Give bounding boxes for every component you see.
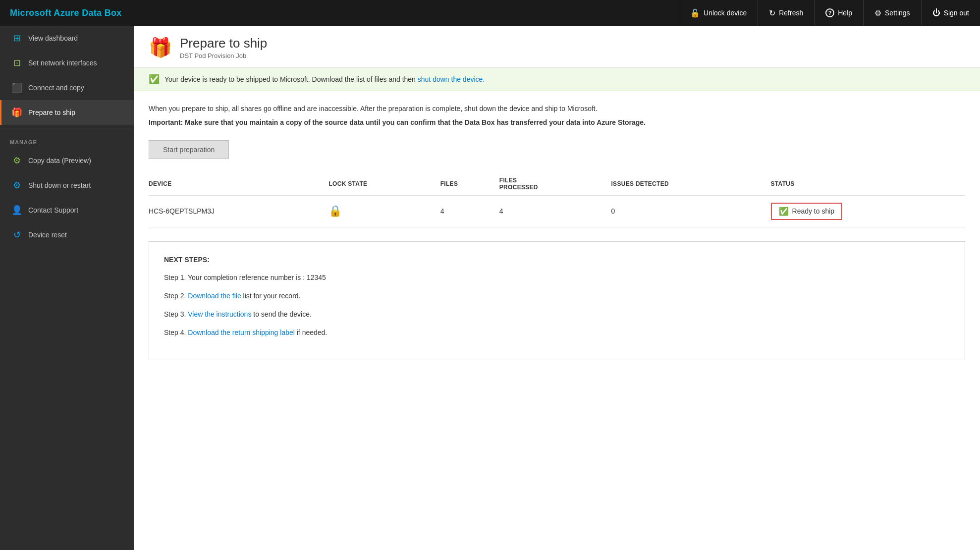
sidebar-item-reset[interactable]: ↺ Device reset [0, 222, 134, 247]
help-icon: ? [825, 8, 834, 17]
refresh-button[interactable]: ↻ Refresh [758, 0, 814, 26]
cell-device: HCS-6QEPTSLPM3J [149, 195, 328, 227]
status-text: Ready to ship [792, 207, 835, 215]
sidebar: ⊞ View dashboard ⊡ Set network interface… [0, 26, 134, 550]
cell-status: ✅ Ready to ship [771, 195, 965, 227]
cell-files: 4 [440, 195, 499, 227]
copy-data-icon: ⚙ [11, 155, 22, 166]
col-issues: ISSUES DETECTED [611, 173, 770, 195]
page-title: Prepare to ship [180, 36, 267, 51]
success-banner: ✅ Your device is ready to be shipped to … [134, 68, 980, 91]
page-header: 🎁 Prepare to ship DST Pod Provision Job [134, 26, 980, 68]
topbar-actions: 🔓 Unlock device ↻ Refresh ? Help ⚙ Setti… [679, 0, 980, 26]
refresh-icon: ↻ [769, 8, 775, 18]
ship-icon: 🎁 [11, 107, 22, 118]
next-steps-title: NEXT STEPS: [164, 256, 950, 264]
page-subtitle: DST Pod Provision Job [180, 52, 267, 59]
download-label-link[interactable]: Download the return shipping label [188, 329, 295, 336]
col-status: STATUS [771, 173, 965, 195]
network-icon: ⊡ [11, 57, 22, 68]
status-badge: ✅ Ready to ship [771, 203, 843, 220]
shutdown-link[interactable]: shut down the device. [418, 75, 485, 83]
support-icon: 👤 [11, 205, 22, 216]
view-instructions-link[interactable]: View the instructions [188, 310, 251, 318]
content-area: When you prepare to ship, all shares go … [134, 91, 980, 550]
success-check-icon: ✅ [149, 74, 160, 85]
unlock-icon: 🔓 [690, 8, 700, 18]
app-title: Microsoft Azure Data Box [10, 8, 122, 18]
manage-section-label: MANAGE [0, 131, 134, 148]
important-label: Important: Make sure that you maintain a… [149, 118, 646, 126]
next-step-4: Step 4. Download the return shipping lab… [164, 328, 950, 338]
page-header-text: Prepare to ship DST Pod Provision Job [180, 36, 267, 59]
table-row: HCS-6QEPTSLPM3J 🔒 4 4 0 ✅ Ready to ship [149, 195, 965, 227]
table-header: DEVICE LOCK STATE FILES FILESPROCESSED I… [149, 173, 965, 195]
main-content: 🎁 Prepare to ship DST Pod Provision Job … [134, 26, 980, 550]
cell-issues: 0 [611, 195, 770, 227]
dashboard-icon: ⊞ [11, 33, 22, 44]
description-important: Important: Make sure that you maintain a… [149, 117, 965, 128]
connect-icon: ⬛ [11, 82, 22, 93]
start-preparation-button[interactable]: Start preparation [149, 140, 229, 159]
settings-button[interactable]: ⚙ Settings [863, 0, 921, 26]
sidebar-item-copy-data[interactable]: ⚙ Copy data (Preview) [0, 148, 134, 173]
table-body: HCS-6QEPTSLPM3J 🔒 4 4 0 ✅ Ready to ship [149, 195, 965, 227]
next-step-2: Step 2. Download the file list for your … [164, 291, 950, 301]
cell-files-processed: 4 [499, 195, 611, 227]
unlock-device-button[interactable]: 🔓 Unlock device [679, 0, 758, 26]
description-text: When you prepare to ship, all shares go … [149, 103, 965, 114]
lock-icon: 🔒 [328, 205, 342, 217]
next-step-3: Step 3. View the instructions to send th… [164, 309, 950, 320]
help-button[interactable]: ? Help [814, 0, 863, 26]
page-header-icon: 🎁 [149, 37, 172, 58]
topbar: Microsoft Azure Data Box 🔓 Unlock device… [0, 0, 980, 26]
sidebar-item-connect[interactable]: ⬛ Connect and copy [0, 75, 134, 100]
cell-lock-state: 🔒 [328, 195, 440, 227]
sidebar-item-shutdown[interactable]: ⚙ Shut down or restart [0, 173, 134, 198]
col-device: DEVICE [149, 173, 328, 195]
signout-button[interactable]: ⏻ Sign out [921, 0, 980, 26]
status-check-icon: ✅ [779, 207, 789, 216]
sidebar-divider [0, 128, 134, 128]
reset-icon: ↺ [11, 229, 22, 240]
success-message: Your device is ready to be shipped to Mi… [164, 75, 485, 83]
sidebar-item-dashboard[interactable]: ⊞ View dashboard [0, 26, 134, 51]
shutdown-icon: ⚙ [11, 180, 22, 191]
next-steps-box: NEXT STEPS: Step 1. Your completion refe… [149, 241, 965, 360]
col-files-processed: FILESPROCESSED [499, 173, 611, 195]
signout-icon: ⏻ [932, 8, 940, 17]
sidebar-item-support[interactable]: 👤 Contact Support [0, 198, 134, 222]
download-file-link[interactable]: Download the file [188, 292, 241, 300]
sidebar-item-ship[interactable]: 🎁 Prepare to ship [0, 100, 134, 125]
layout: ⊞ View dashboard ⊡ Set network interface… [0, 26, 980, 550]
col-files: FILES [440, 173, 499, 195]
sidebar-item-network[interactable]: ⊡ Set network interfaces [0, 51, 134, 75]
settings-icon: ⚙ [874, 8, 881, 18]
device-table: DEVICE LOCK STATE FILES FILESPROCESSED I… [149, 173, 965, 227]
next-step-1: Step 1. Your completion reference number… [164, 273, 950, 283]
col-lock-state: LOCK STATE [328, 173, 440, 195]
